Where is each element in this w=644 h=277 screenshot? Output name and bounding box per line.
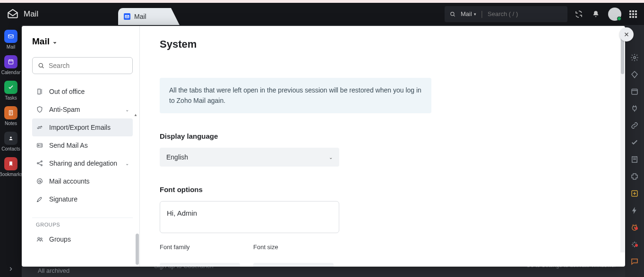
shield-icon [36, 106, 43, 113]
tab-mail[interactable]: Mail [118, 8, 180, 25]
nav-sharing[interactable]: Sharing and delegation ⌄ [32, 154, 133, 172]
chevron-down-icon: ▾ [474, 12, 476, 17]
settings-search-input[interactable] [49, 62, 131, 69]
bookmark-icon [4, 157, 17, 170]
search-icon [37, 62, 45, 69]
app-rail: Mail Calendar Tasks Notes Contacts Bookm… [0, 25, 22, 277]
clock-icon[interactable] [630, 223, 639, 232]
notes-icon [4, 106, 17, 119]
share-icon [36, 159, 43, 167]
check-icon [4, 81, 17, 94]
svg-rect-2 [9, 35, 14, 38]
svg-rect-3 [9, 60, 13, 64]
sidebar-scrollbar-thumb[interactable] [136, 234, 139, 265]
display-language-label: Display language [160, 132, 603, 140]
sidebar-title[interactable]: Mail ⌄ [32, 36, 133, 47]
svg-rect-0 [125, 16, 129, 18]
idcard-icon [36, 142, 43, 149]
nav-anti-spam[interactable]: Anti-Spam ⌄ [32, 101, 133, 118]
rail-expand[interactable] [8, 266, 14, 272]
diamond-icon[interactable] [630, 70, 639, 79]
brand: Mail [0, 8, 118, 20]
top-actions [574, 8, 644, 21]
nav-mail-accounts[interactable]: Mail accounts [32, 172, 133, 190]
page-title: System [160, 38, 603, 50]
plug-icon[interactable] [630, 104, 639, 113]
scroll-up-icon[interactable]: ▲ [134, 113, 137, 117]
chevron-down-icon: ⌄ [52, 38, 57, 45]
people-icon [36, 235, 43, 243]
rail-item-mail[interactable]: Mail [0, 30, 21, 50]
sparkle-icon[interactable] [630, 240, 639, 249]
search-icon [449, 11, 456, 17]
right-widget-rail [625, 25, 644, 277]
search-input[interactable] [488, 10, 567, 17]
calendar-small-icon[interactable] [630, 87, 639, 96]
nav-signature[interactable]: Signature [32, 190, 133, 208]
tab-label: Mail [134, 13, 146, 20]
svg-point-17 [38, 237, 40, 239]
link-icon[interactable] [630, 121, 639, 130]
svg-point-18 [41, 238, 42, 239]
search-scope[interactable]: Mail ▾ [461, 10, 476, 17]
info-banner: All the tabs that were left open in the … [160, 78, 431, 113]
rail-item-notes[interactable]: Notes [0, 106, 21, 126]
bell-icon[interactable] [591, 9, 601, 19]
gear-icon[interactable] [630, 53, 639, 62]
font-size-select[interactable]: Browser ⌄ [253, 263, 334, 267]
swap-icon [36, 124, 43, 131]
avatar[interactable] [608, 8, 621, 21]
display-language-select[interactable]: English ⌄ [160, 148, 339, 167]
note-small-icon[interactable] [630, 155, 639, 164]
rail-item-calendar[interactable]: Calendar [0, 55, 21, 75]
contacts-icon [4, 132, 17, 145]
presence-dot-icon [617, 17, 621, 21]
mail-logo-icon [7, 8, 19, 20]
font-options-label: Font options [160, 185, 603, 193]
svg-rect-6 [632, 89, 637, 94]
mail-tab-icon [124, 13, 130, 20]
chat-icon[interactable] [630, 257, 639, 266]
settings-search[interactable] [32, 57, 133, 74]
font-preview: Hi, Admin [160, 201, 339, 233]
rail-item-bookmarks[interactable]: Bookmarks [0, 157, 21, 177]
pen-icon [36, 195, 43, 203]
nav-groups-header: GROUPS [32, 218, 133, 230]
font-family-select[interactable]: Lato ⌄ [160, 263, 240, 267]
sync-icon[interactable] [574, 9, 584, 19]
plus-box-icon[interactable] [630, 189, 639, 198]
settings-sidebar: Mail ⌄ ▲ Out of office Anti-Spam ⌄ Impor… [22, 26, 140, 267]
brand-title: Mail [24, 9, 38, 19]
svg-point-10 [39, 63, 43, 67]
svg-point-14 [41, 161, 43, 162]
nav-import-export[interactable]: Import/Export Emails [32, 118, 133, 136]
font-family-label: Font family [160, 243, 240, 251]
font-size-label: Font size [253, 243, 334, 251]
settings-nav: Out of office Anti-Spam ⌄ Import/Export … [32, 83, 133, 248]
puzzle-icon[interactable] [630, 172, 639, 181]
chevron-down-icon: ⌄ [125, 161, 129, 166]
rail-item-contacts[interactable]: Contacts [0, 132, 21, 151]
bolt-icon[interactable] [630, 206, 639, 215]
calendar-icon [4, 55, 17, 68]
svg-point-15 [41, 165, 43, 166]
chevron-down-icon: ⌄ [329, 155, 333, 160]
svg-point-13 [37, 163, 39, 164]
tab-strip: Mail [118, 3, 180, 25]
check-small-icon[interactable] [630, 138, 639, 147]
nav-out-of-office[interactable]: Out of office [32, 83, 133, 101]
door-icon [36, 88, 43, 95]
rail-item-tasks[interactable]: Tasks [0, 81, 21, 101]
at-icon [36, 177, 43, 185]
global-search[interactable]: Mail ▾ | [445, 6, 567, 22]
nav-send-mail-as[interactable]: Send Mail As [32, 136, 133, 154]
svg-point-4 [10, 137, 12, 139]
mail-icon [4, 30, 17, 43]
close-button[interactable] [619, 27, 634, 42]
svg-point-1 [451, 12, 454, 15]
nav-groups[interactable]: Groups [32, 230, 133, 248]
chevron-down-icon: ⌄ [125, 107, 129, 112]
svg-point-5 [634, 57, 636, 59]
apps-grid-icon[interactable] [629, 10, 637, 18]
bg-all-archived: All archived [38, 267, 69, 274]
